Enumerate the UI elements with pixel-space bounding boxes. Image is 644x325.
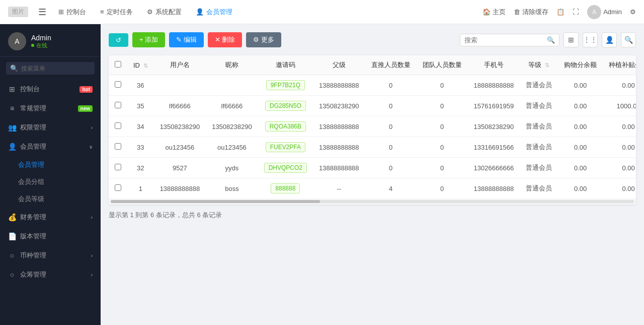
sidebar-username: Admin: [31, 34, 51, 42]
row-invite-code: RQOA386B: [258, 116, 313, 137]
horizontal-scrollbar[interactable]: [109, 199, 636, 205]
row-checkbox[interactable]: [115, 164, 121, 170]
row-checkbox[interactable]: [115, 102, 121, 108]
nav-label-members: 会员管理: [206, 8, 232, 17]
layout-btn[interactable]: ⋮⋮: [583, 32, 598, 47]
header-invite-code: 邀请码: [258, 55, 313, 75]
sidebar-item-members-parent[interactable]: 👤 会员管理 ∨: [0, 137, 101, 156]
row-checkbox[interactable]: [115, 122, 121, 129]
home-icon: 🏠: [482, 8, 491, 16]
row-checkbox-cell[interactable]: [109, 75, 127, 96]
sidebar-user-info: Admin 在线: [31, 34, 51, 49]
row-level: 普通会员: [520, 178, 558, 199]
header-nickname: 昵称: [206, 55, 258, 75]
table-row: 36 9FP7B21Q 13888888888 0 0 18888888888 …: [109, 75, 636, 96]
select-all-checkbox[interactable]: [115, 61, 121, 68]
row-invite-code: DHVQPCO2: [258, 158, 313, 178]
nav-item-scheduled[interactable]: ≡ 定时任务: [98, 8, 135, 17]
search-icon: 🔍: [10, 64, 18, 72]
nav-item-dashboard[interactable]: ⊞ 控制台: [56, 8, 88, 17]
dashboard-nav-icon: ⊞: [58, 8, 64, 16]
row-nickname: 13508238290: [206, 116, 258, 137]
sidebar-search-input[interactable]: [21, 65, 91, 72]
search-input[interactable]: [464, 36, 545, 44]
nav-left: 图片 ☰ ⊞ 控制台 ≡ 定时任务 ⚙ 系统配置 👤 会员管理: [8, 7, 234, 18]
search-box[interactable]: 🔍: [460, 34, 559, 46]
more-button[interactable]: ⚙ 更多: [246, 32, 281, 47]
add-button[interactable]: + 添加: [132, 32, 165, 47]
sidebar-item-crowdfund[interactable]: ○ 众筹管理 ›: [0, 265, 101, 284]
sort-id-icon[interactable]: ⇅: [143, 62, 148, 69]
nav-item-members[interactable]: 👤 会员管理: [194, 8, 234, 17]
row-checkbox[interactable]: [115, 81, 121, 88]
sidebar-item-member-level[interactable]: 会员等级: [0, 190, 101, 208]
sidebar-item-finance[interactable]: 💰 财务管理 ›: [0, 208, 101, 227]
row-shop-balance: 0.00: [558, 158, 603, 178]
sysconfig-nav-icon: ⚙: [147, 8, 153, 16]
row-checkbox-cell[interactable]: [109, 158, 127, 178]
row-checkbox-cell[interactable]: [109, 137, 127, 158]
sidebar-item-version[interactable]: 📄 版本管理: [0, 227, 101, 246]
columns-btn[interactable]: 👤: [602, 32, 617, 47]
general-icon: ≡: [8, 104, 16, 112]
search-icon-btn[interactable]: 🔍: [621, 32, 636, 47]
nav-item-sysconfig[interactable]: ⚙ 系统配置: [145, 8, 184, 17]
row-level: 普通会员: [520, 137, 558, 158]
nav-home-btn[interactable]: 🏠 主页: [482, 8, 506, 17]
search-box-icon: 🔍: [547, 36, 555, 44]
row-phone: 15761691959: [468, 96, 520, 116]
sidebar-item-currency[interactable]: ○ 币种管理 ›: [0, 246, 101, 265]
main-content: ↺ + 添加 ✎ 编辑 ✕ 删除 ⚙ 更多 🔍 ⊞ ⋮⋮ 👤 🔍: [101, 24, 644, 325]
row-username: 9527: [154, 158, 206, 178]
scrollbar-track: [111, 200, 634, 203]
nav-right: 🏠 主页 🗑 清除缓存 📋 ⛶ A Admin ⚙: [482, 5, 636, 19]
grid-view-btn[interactable]: ⊞: [564, 32, 579, 47]
row-direct: 0: [365, 75, 417, 96]
settings-btn[interactable]: ⚙: [630, 8, 636, 16]
nav-clearcache-btn[interactable]: 🗑 清除缓存: [514, 8, 548, 17]
header-id: ID ⇅: [127, 55, 154, 75]
nav-label-scheduled: 定时任务: [107, 8, 133, 17]
row-parent: --: [313, 178, 365, 199]
version-icon: 📄: [8, 232, 16, 240]
edit-button[interactable]: ✎ 编辑: [169, 32, 204, 47]
row-id: 35: [127, 96, 154, 116]
sort-level-icon[interactable]: ⇅: [545, 62, 549, 68]
row-plant-subsidy: 0.00: [603, 116, 636, 137]
sidebar-avatar: A: [8, 32, 26, 50]
sidebar-item-member-group[interactable]: 会员分组: [0, 173, 101, 190]
finance-icon: 💰: [8, 213, 16, 221]
refresh-button[interactable]: ↺: [109, 33, 128, 47]
nav-fullscreen-btn[interactable]: ⛶: [573, 8, 579, 16]
hamburger-icon[interactable]: ☰: [38, 7, 46, 18]
row-parent: 13888888888: [313, 116, 365, 137]
sidebar-member-level-label: 会员等级: [18, 194, 44, 204]
sidebar-member-management-label: 会员管理: [18, 160, 44, 169]
header-checkbox-cell[interactable]: [109, 55, 127, 75]
row-checkbox[interactable]: [115, 143, 121, 150]
sidebar-item-permissions[interactable]: 👥 权限管理 ›: [0, 118, 101, 137]
row-id: 1: [127, 178, 154, 199]
sidebar-item-general[interactable]: ≡ 常规管理 new: [0, 99, 101, 118]
copy-icon: 📋: [556, 8, 565, 16]
row-team: 0: [417, 137, 468, 158]
crowdfund-icon: ○: [8, 271, 16, 279]
delete-button[interactable]: ✕ 删除: [208, 32, 243, 47]
row-shop-balance: 0.00: [558, 116, 603, 137]
row-checkbox-cell[interactable]: [109, 116, 127, 137]
sidebar-search-box[interactable]: 🔍: [6, 62, 95, 75]
sidebar-item-member-management[interactable]: 会员管理: [0, 156, 101, 173]
row-checkbox-cell[interactable]: [109, 178, 127, 199]
nav-copy-btn[interactable]: 📋: [556, 8, 565, 16]
row-checkbox[interactable]: [115, 184, 121, 191]
row-team: 0: [417, 96, 468, 116]
sidebar-item-dashboard[interactable]: ⊞ 控制台 hot: [0, 80, 101, 99]
scrollbar-thumb[interactable]: [111, 200, 320, 203]
row-phone: 13888888888: [468, 178, 520, 199]
row-phone: 13508238290: [468, 116, 520, 137]
row-checkbox-cell[interactable]: [109, 96, 127, 116]
row-phone: 13026666666: [468, 158, 520, 178]
row-direct: 0: [365, 96, 417, 116]
settings-icon: ⚙: [630, 8, 636, 16]
admin-user-btn[interactable]: A Admin: [587, 5, 622, 19]
